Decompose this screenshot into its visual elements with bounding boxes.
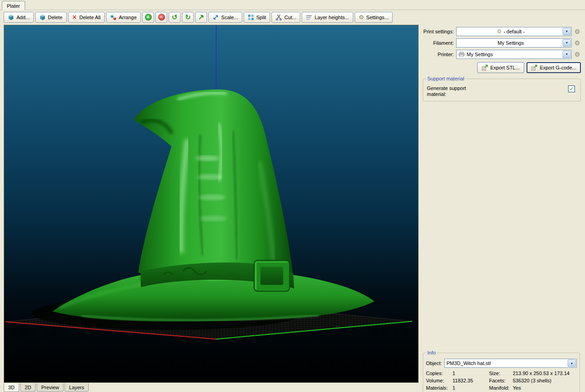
generate-support-label: Generate support material: xyxy=(427,85,486,97)
slic3r-plater-window: Plater Add... Delete ✕ Delete All Arrang… xyxy=(0,0,585,392)
info-title: Info xyxy=(426,350,437,355)
object-select[interactable]: PM3D_Witch hat.stl ▼ xyxy=(444,359,577,368)
print-settings-label: Print settings: xyxy=(423,29,456,34)
gear-icon: ⚙ xyxy=(574,51,580,58)
delete-all-button[interactable]: ✕ Delete All xyxy=(68,12,105,23)
export-buttons: Export STL... Export G-code... xyxy=(423,62,581,73)
settings-button[interactable]: ⚙ Settings... xyxy=(355,12,393,23)
settings-button-label: Settings... xyxy=(366,15,388,20)
export-stl-label: Export STL... xyxy=(490,65,520,70)
view-tabs: 3D 2D Preview Layers xyxy=(4,383,89,392)
size-label: Size: xyxy=(489,371,513,376)
size-value: 213.90 x 250.53 x 173.14 xyxy=(513,371,577,376)
add-button[interactable]: Add... xyxy=(4,12,34,23)
manifold-label: Manifold: xyxy=(489,385,513,391)
filament-row: Filament: My Settings ▼ ⚙ xyxy=(423,38,582,48)
add-button-label: Add... xyxy=(16,15,30,20)
info-group: Info Object: PM3D_Witch hat.stl ▼ Copies… xyxy=(423,353,580,392)
generate-support-checkbox[interactable]: ✓ xyxy=(568,85,575,92)
tab-3d[interactable]: 3D xyxy=(4,383,19,392)
layer-heights-button[interactable]: Layer heights... xyxy=(302,12,353,23)
printer-label: Printer: xyxy=(423,52,456,57)
red-x-icon: ✕ xyxy=(72,14,77,21)
printer-gear-button[interactable]: ⚙ xyxy=(573,50,582,59)
print-settings-value: - default - xyxy=(504,29,525,34)
object-label: Object: xyxy=(426,360,444,366)
volume-value: 11832.35 xyxy=(452,378,489,383)
export-icon xyxy=(482,64,488,71)
tab-strip-divider xyxy=(0,10,585,10)
cut-button-label: Cut... xyxy=(284,15,296,20)
cube-add-icon xyxy=(8,14,14,21)
checkmark-icon: ✓ xyxy=(569,86,574,91)
rotate-ccw-button[interactable]: ↺ xyxy=(169,12,181,23)
plater-toolbar: Add... Delete ✕ Delete All Arrange + − ↺… xyxy=(4,11,393,23)
filament-label: Filament: xyxy=(423,40,456,46)
print-settings-gear-button[interactable]: ⚙ xyxy=(573,27,582,36)
gear-icon: ⚙ xyxy=(574,28,580,35)
export-gcode-label: Export G-code... xyxy=(540,65,576,70)
arrange-cubes-icon xyxy=(110,14,117,21)
increase-copies-button[interactable]: + xyxy=(142,12,154,23)
tab-2d[interactable]: 2D xyxy=(20,383,36,392)
manifold-value: Yes xyxy=(513,385,577,391)
filament-select[interactable]: My Settings ▼ xyxy=(456,38,572,48)
printer-icon xyxy=(458,52,465,57)
split-squares-icon xyxy=(248,14,254,21)
chevron-down-icon[interactable]: ▼ xyxy=(563,28,571,35)
support-material-group: Support material Generate support materi… xyxy=(423,79,581,101)
facets-value: 536320 (3 shells) xyxy=(513,378,577,383)
viewport-3d[interactable] xyxy=(4,25,419,383)
cut-button[interactable]: Cut... xyxy=(271,12,300,23)
object-info-grid: Copies: 1 Size: 213.90 x 250.53 x 173.14… xyxy=(426,371,577,391)
filament-value: My Settings xyxy=(498,40,524,46)
tab-preview[interactable]: Preview xyxy=(37,383,64,392)
print-settings-select[interactable]: ⚙ - default - ▼ xyxy=(456,27,572,36)
object-value: PM3D_Witch hat.stl xyxy=(447,360,491,366)
facets-label: Facets: xyxy=(489,378,513,383)
rotate-cw-icon: ↻ xyxy=(185,14,191,21)
export-gcode-button[interactable]: Export G-code... xyxy=(526,62,581,73)
cube-delete-icon xyxy=(39,14,46,21)
filament-gear-button[interactable]: ⚙ xyxy=(573,38,582,48)
rotate-cw-button[interactable]: ↻ xyxy=(182,12,194,23)
tab-layers-label: Layers xyxy=(69,385,84,390)
printer-select[interactable]: My Settings ▼ xyxy=(456,50,572,59)
plus-circle-icon: + xyxy=(145,14,152,21)
tab-plater-label: Plater xyxy=(7,3,20,9)
object-row: Object: PM3D_Witch hat.stl ▼ xyxy=(426,359,577,368)
minus-circle-icon: − xyxy=(158,14,165,21)
volume-label: Volume: xyxy=(426,378,452,383)
delete-button-label: Delete xyxy=(48,15,63,20)
split-button-label: Split xyxy=(256,15,266,20)
print-settings-row: Print settings: ⚙ - default - ▼ ⚙ xyxy=(423,26,582,36)
mirror-button[interactable] xyxy=(195,12,207,23)
arrange-button[interactable]: Arrange xyxy=(106,12,141,23)
hat-buckle xyxy=(254,260,290,291)
materials-value: 1 xyxy=(452,385,489,391)
decrease-copies-button[interactable]: − xyxy=(155,12,167,23)
support-material-title: Support material xyxy=(426,76,466,81)
tab-layers[interactable]: Layers xyxy=(64,383,89,392)
split-button[interactable]: Split xyxy=(244,12,270,23)
export-stl-button[interactable]: Export STL... xyxy=(477,62,524,73)
tab-2d-label: 2D xyxy=(25,385,31,390)
export-icon xyxy=(531,64,537,71)
scale-button[interactable]: Scale... xyxy=(208,12,242,23)
materials-label: Materials: xyxy=(426,385,452,391)
tab-plater[interactable]: Plater xyxy=(2,1,25,10)
settings-panel: Print settings: ⚙ - default - ▼ ⚙ Filame… xyxy=(423,26,582,390)
chevron-down-icon[interactable]: ▼ xyxy=(563,51,571,58)
gear-icon: ⚙ xyxy=(359,14,364,20)
copies-value: 1 xyxy=(452,371,489,376)
gear-icon: ⚙ xyxy=(574,39,580,47)
copies-label: Copies: xyxy=(426,371,452,376)
delete-button[interactable]: Delete xyxy=(35,12,67,23)
chevron-down-icon[interactable]: ▼ xyxy=(563,39,571,47)
layer-heights-button-label: Layer heights... xyxy=(314,15,349,20)
preset-gear-icon: ⚙ xyxy=(497,29,502,34)
tab-3d-label: 3D xyxy=(8,385,15,390)
chevron-down-icon[interactable]: ▼ xyxy=(568,360,576,367)
printer-row: Printer: My Settings ▼ ⚙ xyxy=(423,49,582,59)
arrange-button-label: Arrange xyxy=(119,15,137,20)
